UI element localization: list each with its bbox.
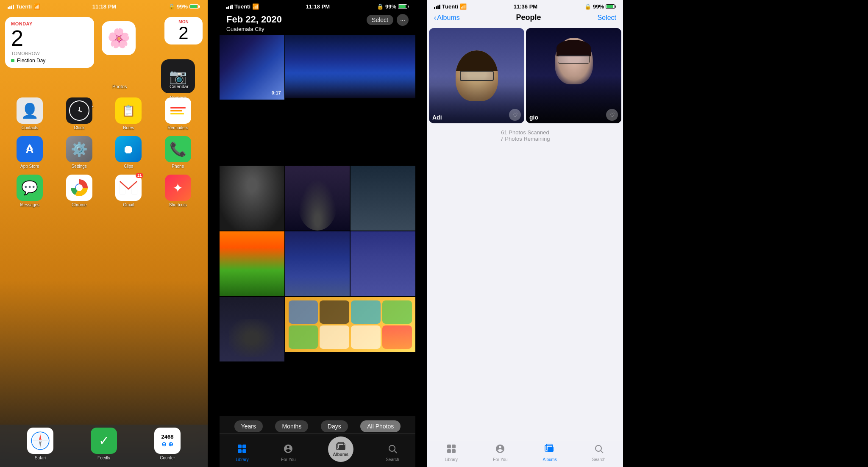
app-reminders[interactable]: Reminders [161,97,195,130]
shortcuts-icon: ✦ [165,175,191,201]
svg-line-25 [395,451,397,453]
dock: Safari ✓ Feedly 2468 ⊖ ⊕ Counter [0,425,208,467]
charge-icon: 🔒 [168,3,175,10]
calendar-tomorrow-label: TOMORROW [11,51,88,56]
p3-tab-library-label: Library [445,457,458,462]
app-appstore[interactable]: A App Store [13,136,47,169]
svg-point-33 [595,445,601,451]
photos-more-button[interactable]: ··· [397,14,409,26]
scan-progress: 61 Photos Scanned 7 Photos Remaining [427,125,623,146]
event-title: Election Day [17,58,45,64]
video-badge: 0:17 [272,90,281,95]
person-card-adi[interactable]: Adi ♡ [429,28,524,123]
app-chrome[interactable]: Chrome [62,175,96,207]
person-name-adi: Adi [432,114,442,121]
tab-library-label: Library [236,457,249,462]
person-heart-adi[interactable]: ♡ [509,109,521,121]
app-notes[interactable]: 📋 Notes [111,97,145,130]
p3-library-icon [446,444,456,456]
app-settings[interactable]: ⚙️ Settings [62,136,96,169]
photo-cell-7[interactable] [285,231,350,296]
back-button[interactable]: ‹ Albums [434,14,460,22]
people-grid: Adi ♡ gio ♡ [427,26,623,125]
photo-cell-4[interactable] [285,166,350,231]
app-row-1: 👤 Contacts Clock [5,97,203,130]
photo-cell-2[interactable] [285,35,415,165]
photo-cell-1[interactable]: 0:17 [220,35,284,100]
svg-rect-17 [238,445,242,448]
phone3-bottom-tabs: Library For You Albums [427,441,623,467]
app-messages[interactable]: 💬 Messages [13,175,47,207]
p3-tab-search[interactable]: Search [592,444,606,462]
app-clips[interactable]: ⏺ Clips [111,136,145,169]
scan-line2: 7 Photos Remaining [434,136,616,142]
app-contacts[interactable]: 👤 Contacts [13,97,47,130]
dock-counter-label: Counter [160,456,175,460]
select-button[interactable]: Select [598,14,616,22]
settings-icon: ⚙️ [66,136,92,162]
phone2-status-bar: Tuenti 📶 11:18 PM 🔒 99% [220,0,415,11]
calendar-widget[interactable]: MONDAY 2 TOMORROW Election Day [5,17,94,68]
dock-safari[interactable]: Safari [23,428,57,460]
app-phone[interactable]: 📞 Phone [161,136,195,169]
tab-foryou[interactable]: For You [281,444,295,462]
phone3-signal [434,5,440,9]
dock-counter[interactable]: 2468 ⊖ ⊕ Counter [150,428,184,460]
status-carrier: Tuenti 📶 [8,3,40,10]
photo-grid: 0:17 [220,35,415,427]
person-heart-gio[interactable]: ♡ [606,109,618,121]
p3-tab-library[interactable]: Library [445,444,458,462]
photo-cell-5[interactable] [351,166,415,231]
svg-rect-26 [447,445,451,448]
photos-select-button[interactable]: Select [367,15,393,25]
selector-years[interactable]: Years [234,420,263,432]
counter-plus: ⊕ [168,441,173,448]
contacts-icon: 👤 [17,97,43,124]
library-icon [237,444,247,456]
p3-tab-foryou[interactable]: For You [493,444,507,462]
clips-icon: ⏺ [115,136,142,162]
p3-foryou-icon [495,444,505,456]
photos-folder[interactable]: 🌸 [97,21,140,55]
svg-rect-23 [339,445,345,450]
svg-point-2 [78,110,80,111]
wifi-icon: 📶 [33,3,40,10]
chrome-icon [66,175,92,201]
calendar-widget-small[interactable]: MON 2 [164,17,203,44]
svg-rect-27 [452,445,456,448]
tab-albums[interactable]: Albums [328,436,353,462]
app-clock[interactable]: Clock [62,97,96,130]
selector-days[interactable]: Days [321,420,348,432]
photo-cell-6[interactable] [220,231,284,296]
app-shortcuts[interactable]: ✦ Shortcuts [161,175,195,207]
gmail-badge: 21 [136,173,143,178]
albums-circle: Albums [328,436,353,462]
chevron-left-icon: ‹ [434,14,436,22]
photo-cell-10[interactable] [285,297,415,427]
photos-icon: 🌸 [102,21,136,55]
svg-point-24 [389,445,395,451]
appstore-icon: A [17,136,43,162]
person-card-gio[interactable]: gio ♡ [526,28,621,123]
app-notes-label: Notes [123,125,134,130]
phone3-battery [606,4,616,9]
photo-cell-3[interactable] [220,166,284,231]
selector-months[interactable]: Months [275,420,308,432]
photo-cell-9[interactable] [220,297,284,362]
p3-tab-albums[interactable]: Albums [542,444,556,462]
phone2-signal [226,5,233,9]
photos-header: Feb 22, 2020 Guatemala City Select ··· [220,11,415,35]
app-settings-label: Settings [72,164,87,169]
phone2-bottom-tabs: Library For You Albums [220,434,415,467]
app-gmail[interactable]: 21 Gmail [111,175,145,207]
event-dot [11,59,14,62]
foryou-icon [283,444,293,456]
tab-search[interactable]: Search [386,444,399,462]
photo-cell-8[interactable] [351,231,415,296]
selector-allphotos[interactable]: All Photos [360,420,401,432]
phone-icon: 📞 [165,136,191,162]
dock-feedly[interactable]: ✓ Feedly [87,428,121,460]
battery-area: 🔒 99% [168,3,200,10]
battery-icon [189,4,200,9]
tab-library[interactable]: Library [236,444,249,462]
